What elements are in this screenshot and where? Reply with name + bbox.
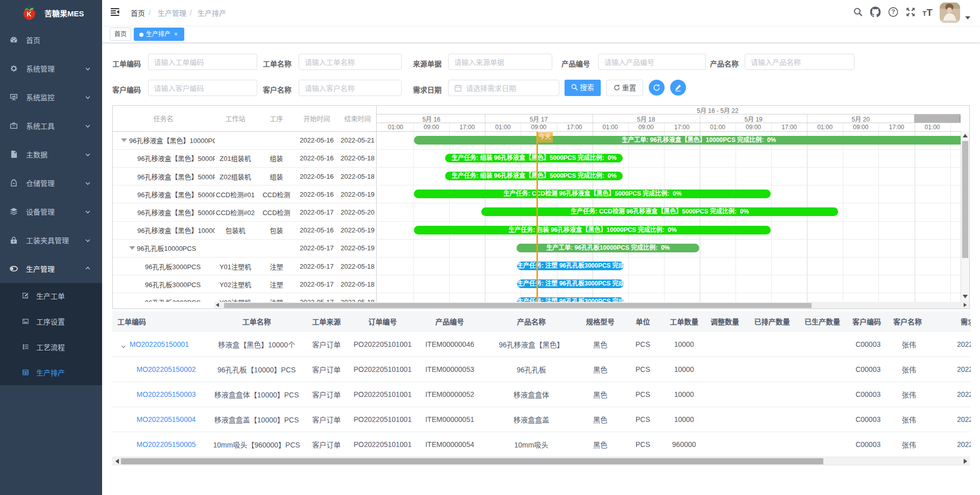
svg-text:K: K — [27, 10, 32, 18]
